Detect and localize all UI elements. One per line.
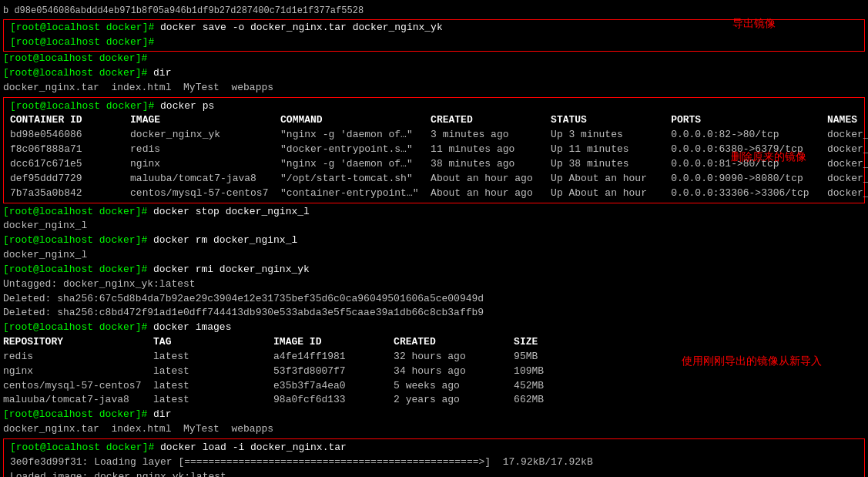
- line-untagged: Untagged: docker_nginx_yk:latest: [0, 277, 868, 292]
- line-prompt3: [root@localhost docker]# dir: [0, 66, 868, 81]
- line-prompt1: [root@localhost docker]#: [7, 35, 861, 50]
- ps-header: CONTAINER ID IMAGE COMMAND CREATED STATU…: [7, 113, 861, 128]
- line-deleted2: Deleted: sha256:c8bd472f91ad1e0dff744413…: [0, 306, 868, 321]
- line-rmi-cmd: [root@localhost docker]# docker rmi dock…: [0, 263, 868, 277]
- images-header1: REPOSITORY TAG IMAGE ID CREATED SIZE: [0, 335, 868, 350]
- line-dir-output: docker_nginx.tar index.html MyTest webap…: [0, 81, 868, 96]
- line-prompt2: [root@localhost docker]#: [0, 52, 868, 66]
- line-stop-out: docker_nginx_l: [0, 219, 868, 233]
- load-box: [root@localhost docker]# docker load -i …: [3, 438, 865, 477]
- ps-row4: def95ddd7729 maluuba/tomcat7-java8 "/opt…: [7, 172, 861, 186]
- line-stop-cmd: [root@localhost docker]# docker stop doc…: [0, 205, 868, 220]
- line-deleted1: Deleted: sha256:67c5d8b4da7b92ae29c3904e…: [0, 292, 868, 307]
- line-rm-cmd: [root@localhost docker]# docker rm docke…: [0, 233, 868, 248]
- annotation-delete: 删除原来的镜像: [731, 150, 806, 164]
- line-loaded-image: Loaded image: docker_nginx_yk:latest: [7, 470, 861, 477]
- line-ps-cmd: [root@localhost docker]# docker ps: [7, 99, 861, 114]
- line-load-progress: 3e0fe3d99f31: Loading layer [===========…: [7, 455, 861, 470]
- line-load-cmd: [root@localhost docker]# docker load -i …: [7, 441, 861, 455]
- images-row1-3: centos/mysql-57-centos7 latest e35b3f7a4…: [0, 379, 868, 394]
- images-row1-4: maluuba/tomcat7-java8 latest 98a0fcf6d13…: [0, 393, 868, 408]
- ps-row5: 7b7a35a0b842 centos/mysql-57-centos7 "co…: [7, 186, 861, 201]
- line-images-cmd1: [root@localhost docker]# docker images: [0, 321, 868, 335]
- annotation-export: 导出镜像: [732, 17, 776, 31]
- line-dir2-cmd: [root@localhost docker]# dir: [0, 408, 868, 422]
- annotation-reimport: 使用刚刚导出的镜像从新导入: [682, 354, 822, 368]
- line-dir2-out: docker_nginx.tar index.html MyTest webap…: [0, 422, 868, 437]
- ps-row1: bd98e0546086 docker_nginx_yk "nginx -g '…: [7, 128, 861, 143]
- terminal: b d98e0546086abddd4eb971b8f05a946b1df9b2…: [0, 0, 868, 477]
- line-rm-out: docker_nginx_l: [0, 248, 868, 263]
